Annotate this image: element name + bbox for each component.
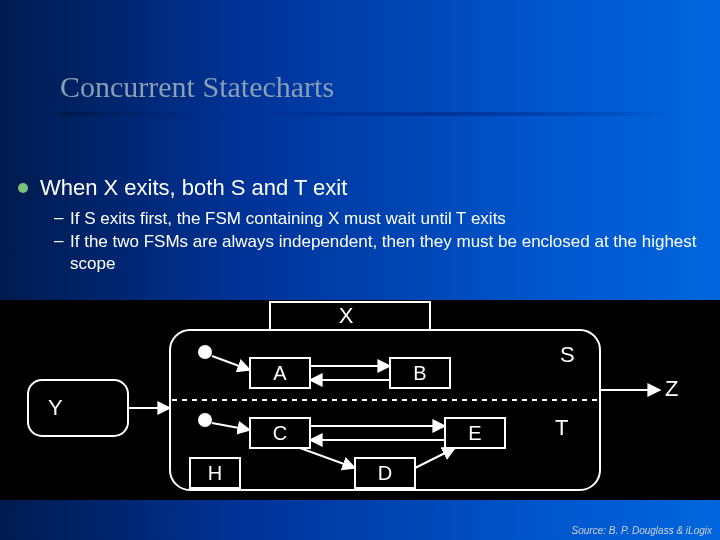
label-Y: Y (48, 395, 63, 420)
credit-text: Source: B. P. Douglass & iLogix (572, 525, 712, 536)
label-B: B (413, 362, 426, 384)
title-block: Concurrent Statecharts (60, 70, 680, 116)
label-E: E (468, 422, 481, 444)
label-X: X (339, 303, 354, 328)
sub-bullet-list: If S exits first, the FSM containing X m… (54, 207, 702, 275)
sub-bullet: If S exits first, the FSM containing X m… (54, 207, 702, 230)
label-H: H (208, 462, 222, 484)
label-D: D (378, 462, 392, 484)
main-bullet: When X exits, both S and T exit (18, 175, 702, 201)
sub-bullet: If the two FSMs are always independent, … (54, 230, 702, 275)
title-rule (60, 112, 680, 116)
slide-body: When X exits, both S and T exit If S exi… (18, 175, 702, 275)
slide-title: Concurrent Statecharts (60, 70, 680, 104)
svg-point-11 (198, 413, 212, 427)
slide: Concurrent Statecharts When X exits, bot… (0, 0, 720, 540)
label-C: C (273, 422, 287, 444)
label-S: S (560, 342, 575, 367)
statechart-diagram: Y X S T A B C E (0, 300, 720, 500)
label-A: A (273, 362, 287, 384)
svg-point-5 (198, 345, 212, 359)
label-T: T (555, 415, 568, 440)
label-Z: Z (665, 376, 678, 401)
